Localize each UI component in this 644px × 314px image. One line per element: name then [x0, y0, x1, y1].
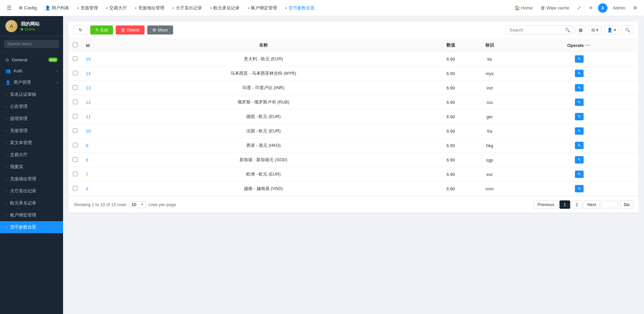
row-id[interactable]: 13: [82, 81, 129, 95]
nav-account-bind[interactable]: ● 账户绑定管理: [244, 4, 280, 12]
list-view-button[interactable]: ▦: [576, 25, 586, 35]
buy-icon: ○: [5, 165, 7, 169]
row-edit-button[interactable]: ✎: [575, 156, 584, 164]
list-icon: ▦: [579, 27, 583, 33]
nav-recharge-label: 充值管理: [80, 5, 98, 11]
th-operate: Operate —: [520, 39, 639, 52]
expand-icon-btn[interactable]: ✕: [586, 4, 595, 12]
sidebar-item-hall-sell[interactable]: ○ 大厅卖出记录: [0, 185, 63, 197]
sidebar-item-auth[interactable]: 👥 Auth ‹: [0, 65, 63, 76]
goto-button[interactable]: Go: [620, 200, 633, 209]
row-id[interactable]: 14: [82, 66, 129, 81]
delete-button[interactable]: 🗑 Delete: [116, 25, 145, 35]
sidebar-item-currency-settings[interactable]: ○ 货币参数设置: [0, 221, 63, 233]
row-id[interactable]: 10: [82, 124, 129, 138]
search-icon[interactable]: 🔍: [565, 27, 570, 33]
row-checkbox-cell: [68, 153, 82, 167]
next-button[interactable]: Next: [584, 200, 600, 209]
sidebar-item-account-bind[interactable]: ○ 账户绑定管理: [0, 209, 63, 221]
row-checkbox-cell: [68, 167, 82, 182]
page-2-button[interactable]: 2: [572, 200, 582, 209]
row-checkbox[interactable]: [73, 85, 77, 90]
wipe-cache-button[interactable]: 🗑 Wipe cache: [538, 4, 572, 12]
row-edit-button[interactable]: ✎: [575, 84, 584, 91]
settings-button[interactable]: ⚙: [631, 4, 640, 12]
edit-button[interactable]: ✎ Edit: [90, 25, 113, 35]
row-edit-button[interactable]: ✎: [575, 55, 584, 63]
sidebar-item-announcement[interactable]: ○ 公告管理: [0, 101, 63, 113]
row-value: 6.90: [398, 182, 459, 196]
row-id[interactable]: 9: [82, 138, 129, 153]
row-id[interactable]: 7: [82, 167, 129, 182]
row-checkbox[interactable]: [73, 157, 77, 162]
nav-currency-settings[interactable]: ● 货币参数设置: [282, 4, 318, 12]
user-mgmt-icon: 👤: [5, 80, 11, 85]
row-edit-button[interactable]: ✎: [575, 171, 584, 178]
nav-recharge-address-label: 充值地址管理: [138, 5, 164, 11]
nav-eur-record[interactable]: ● 欧元承兑记录: [207, 4, 243, 12]
refresh-button[interactable]: ↻: [74, 25, 88, 35]
row-checkbox[interactable]: [73, 100, 77, 104]
general-icon: ⊙: [5, 57, 9, 62]
nav-recharge-mgmt[interactable]: ● 充值管理: [74, 4, 101, 12]
row-edit-button[interactable]: ✎: [575, 113, 584, 120]
page-1-button[interactable]: 1: [559, 200, 570, 209]
row-name: 香港 - 港元 (HKD): [129, 138, 398, 153]
row-value: 6.90: [398, 153, 459, 167]
goto-page-input[interactable]: [601, 201, 618, 208]
nav-userlist[interactable]: 👤 用户列表: [42, 4, 72, 12]
nav-recharge-address[interactable]: ● 充值地址管理: [131, 4, 168, 12]
sidebar-item-recharge-addr[interactable]: ○ 充值地址管理: [0, 173, 63, 185]
sidebar-item-withdrawal[interactable]: ○ 提现管理: [0, 113, 63, 125]
rows-per-page-select[interactable]: 102050100: [129, 201, 146, 208]
sidebar-item-eur-record[interactable]: ○ 欧元承兑记录: [0, 197, 63, 209]
row-edit-button[interactable]: ✎: [575, 127, 584, 135]
sidebar-item-kyc[interactable]: ○ 实名认证审核: [0, 88, 63, 101]
sidebar-item-richtext[interactable]: ○ 富文本管理: [0, 137, 63, 149]
row-id[interactable]: 8: [82, 153, 129, 167]
column-toggle-button[interactable]: 👤 ▾: [604, 25, 619, 35]
row-checkbox[interactable]: [73, 186, 77, 191]
th-minus-icon: —: [585, 42, 592, 48]
row-name: 欧洲 - 欧元 (EUR): [129, 167, 398, 182]
row-checkbox[interactable]: [73, 172, 77, 176]
prev-button[interactable]: Previous: [534, 200, 558, 209]
nav-account-bind-label: 账户绑定管理: [251, 5, 277, 11]
sidebar-item-general[interactable]: ⊙ General new: [0, 54, 63, 65]
row-id[interactable]: 11: [82, 110, 129, 124]
row-id[interactable]: 6: [82, 182, 129, 196]
grid-view-button[interactable]: ⊞ ▾: [588, 25, 602, 35]
row-tag: ind: [459, 81, 520, 95]
table-search-input[interactable]: [506, 25, 573, 35]
withdrawal-icon: ○: [5, 117, 7, 121]
sidebar-item-buy[interactable]: ○ 我要买: [0, 161, 63, 173]
search-menu-input[interactable]: [4, 40, 59, 48]
fullscreen-table-button[interactable]: 🔍: [622, 25, 633, 35]
hamburger-button[interactable]: ☰: [4, 3, 14, 12]
more-button[interactable]: ⚙ More: [147, 25, 173, 35]
row-checkbox[interactable]: [73, 71, 77, 75]
pagination-row: Showing 1 to 10 of 15 rows 102050100 row…: [68, 196, 639, 213]
home-button[interactable]: 🏠 Home: [512, 4, 536, 12]
sidebar-item-user-mgmt[interactable]: 👤 用户管理 ‹: [0, 76, 63, 88]
row-checkbox[interactable]: [73, 143, 77, 147]
row-checkbox[interactable]: [73, 128, 77, 133]
sidebar-item-trading-hall[interactable]: ○ 交易大厅: [0, 149, 63, 161]
sidebar-item-recharge[interactable]: ○ 充值管理: [0, 125, 63, 137]
admin-name[interactable]: Admin: [610, 4, 628, 12]
select-all-checkbox[interactable]: [73, 43, 77, 47]
fullscreen-button[interactable]: ⤢: [575, 4, 584, 12]
nav-trading[interactable]: ● 交易大厅: [103, 4, 130, 12]
row-id[interactable]: 12: [82, 95, 129, 110]
row-checkbox-cell: [68, 124, 82, 138]
row-checkbox[interactable]: [73, 114, 77, 119]
nav-config[interactable]: ⚙ Config: [15, 4, 40, 12]
nav-hall-sell[interactable]: ● 大厅卖出记录: [169, 4, 205, 12]
row-edit-button[interactable]: ✎: [575, 99, 584, 106]
row-edit-button[interactable]: ✎: [575, 185, 584, 192]
site-status: Online: [21, 27, 40, 31]
row-checkbox[interactable]: [73, 56, 77, 61]
row-id[interactable]: 15: [82, 52, 129, 66]
row-edit-button[interactable]: ✎: [575, 142, 584, 149]
row-edit-button[interactable]: ✎: [575, 70, 584, 77]
